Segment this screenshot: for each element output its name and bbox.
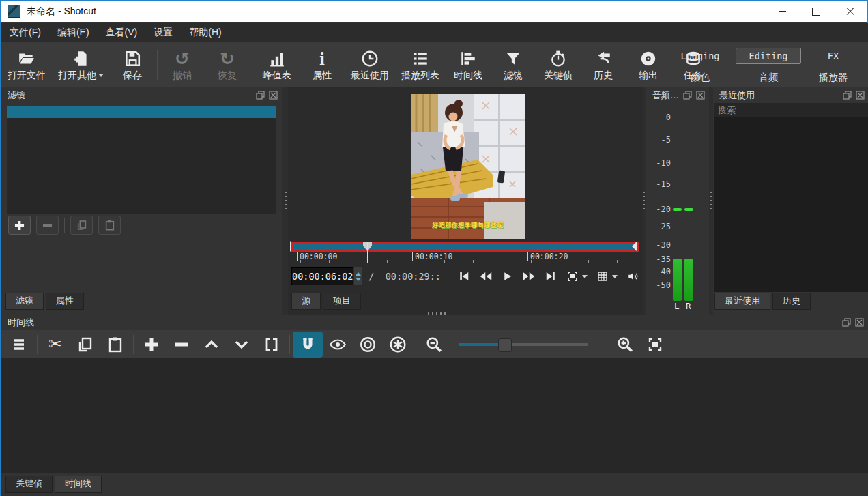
close-panel-icon[interactable] <box>856 91 865 100</box>
skip-to-start-button[interactable] <box>457 270 470 282</box>
remove-filter-button[interactable] <box>36 216 59 235</box>
menu-edit[interactable]: 编辑(E) <box>49 23 98 42</box>
paste-button[interactable] <box>100 332 130 358</box>
timeline-tracks-area[interactable] <box>1 358 868 473</box>
ripple-toggle-button[interactable] <box>353 332 383 358</box>
menu-view[interactable]: 查看(V) <box>98 23 146 42</box>
ripple-delete-button[interactable] <box>167 332 197 358</box>
time-ruler[interactable]: 00:00:00 00:00:10 00:00:20 <box>291 252 639 263</box>
zoom-out-button[interactable] <box>419 332 449 358</box>
add-filter-button[interactable] <box>8 216 31 235</box>
menu-help[interactable]: 帮助(H) <box>181 23 229 42</box>
history-button[interactable]: 历史 <box>581 46 626 85</box>
zoom-fit-button[interactable] <box>640 332 670 358</box>
overwrite-button[interactable] <box>227 332 257 358</box>
play-button[interactable] <box>502 270 513 282</box>
ripple-all-tracks-button[interactable] <box>383 332 413 358</box>
volume-button[interactable] <box>626 270 641 282</box>
keyframes-button[interactable]: 关键侦 <box>536 46 581 85</box>
timecode-spinner[interactable] <box>353 267 362 286</box>
save-label: 保存 <box>123 70 142 82</box>
selected-filter-row[interactable] <box>7 106 276 118</box>
splitter-handle[interactable] <box>710 192 712 212</box>
slider-handle[interactable] <box>498 338 512 352</box>
position-timecode-field[interactable]: 00:00:06:02 <box>291 267 353 285</box>
splitter-handle[interactable] <box>285 192 287 212</box>
timeline-menu-button[interactable] <box>4 332 34 358</box>
tab-recent[interactable]: 最近使用 <box>714 293 770 310</box>
float-panel-icon[interactable] <box>683 91 692 100</box>
layout-audio-button[interactable]: 音频 <box>736 70 801 86</box>
split-button[interactable] <box>257 332 287 358</box>
layout-color-button[interactable]: 颜色 <box>667 70 733 86</box>
tab-source[interactable]: 源 <box>291 293 321 310</box>
grid-menu-button[interactable] <box>596 270 618 282</box>
undo-button[interactable]: ↺ 撤销 <box>160 46 205 85</box>
timeline-button[interactable]: 时间线 <box>446 46 491 85</box>
scrub-while-dragging-button[interactable] <box>323 332 353 358</box>
float-panel-icon[interactable] <box>843 91 852 100</box>
meter-bar-right <box>684 259 693 301</box>
filters-button[interactable]: 滤镜 <box>491 46 536 85</box>
layout-fx-button[interactable]: FX <box>804 48 863 64</box>
layout-editing-button[interactable]: Editing <box>736 48 801 64</box>
layout-logging-button[interactable]: Logging <box>667 48 733 64</box>
db-scale-label: -15 <box>656 179 671 189</box>
cut-button[interactable]: ✂ <box>40 332 70 358</box>
redo-button[interactable]: ↻ 恢复 <box>205 46 250 85</box>
fast-forward-button[interactable] <box>521 270 536 282</box>
tab-history[interactable]: 历史 <box>772 293 811 310</box>
tab-timeline[interactable]: 时间线 <box>55 476 102 493</box>
recent-file-list[interactable] <box>714 117 868 292</box>
search-input[interactable] <box>714 103 868 117</box>
paste-icon <box>104 220 115 231</box>
close-button[interactable] <box>833 1 867 22</box>
menu-settings[interactable]: 设置 <box>145 23 181 42</box>
save-button[interactable]: 保存 <box>110 46 155 85</box>
recent-button[interactable]: 最近使用 <box>345 46 395 85</box>
tab-project[interactable]: 项目 <box>323 293 361 310</box>
maximize-button[interactable] <box>799 1 833 22</box>
fit-screen-icon <box>647 336 663 353</box>
keyframes-label: 关键侦 <box>544 70 573 82</box>
filter-list[interactable] <box>7 118 276 214</box>
window-controls <box>765 1 867 22</box>
peak-meter-button[interactable]: 峰值表 <box>255 46 300 85</box>
paste-filters-button[interactable] <box>98 216 121 235</box>
split-brackets-icon <box>263 336 280 353</box>
skip-to-end-button[interactable] <box>545 270 558 282</box>
output-button[interactable]: 输出 <box>626 46 671 85</box>
copy-button[interactable] <box>70 332 100 358</box>
lift-button[interactable] <box>197 332 227 358</box>
copy-filters-button[interactable] <box>70 216 93 235</box>
snap-toggle-button[interactable] <box>293 332 323 358</box>
tab-keyframes[interactable]: 关键侦 <box>5 476 53 493</box>
timeline-zoom-slider[interactable] <box>459 343 595 346</box>
tab-properties[interactable]: 属性 <box>46 293 84 310</box>
scrubber-bar[interactable] <box>291 242 639 252</box>
zoom-in-button[interactable] <box>610 332 640 358</box>
splitter-handle[interactable] <box>643 192 645 212</box>
close-panel-icon[interactable] <box>269 91 278 100</box>
peak-indicator-left <box>673 208 682 211</box>
open-file-button[interactable]: 打开文件 <box>1 46 52 85</box>
float-panel-icon[interactable] <box>842 318 851 327</box>
slider-fill <box>459 343 504 346</box>
float-panel-icon[interactable] <box>256 91 265 100</box>
playlist-button[interactable]: 播放列表 <box>395 46 446 85</box>
trim-out-handle[interactable] <box>632 241 637 252</box>
menu-file[interactable]: 文件(F) <box>1 23 49 42</box>
tab-filters[interactable]: 滤镜 <box>5 293 44 310</box>
chevron-down-icon <box>233 336 250 353</box>
layout-player-button[interactable]: 播放器 <box>804 70 863 86</box>
properties-button[interactable]: i 属性 <box>300 46 345 85</box>
minus-icon <box>173 336 190 353</box>
minimize-button[interactable] <box>765 1 799 22</box>
rewind-button[interactable] <box>478 270 493 282</box>
slider-track[interactable] <box>459 343 588 346</box>
close-panel-icon[interactable] <box>696 91 705 100</box>
append-button[interactable] <box>136 332 167 358</box>
zoom-fit-menu-button[interactable] <box>566 270 588 282</box>
close-panel-icon[interactable] <box>855 318 864 327</box>
open-other-button[interactable]: 打开其他 <box>52 46 110 85</box>
